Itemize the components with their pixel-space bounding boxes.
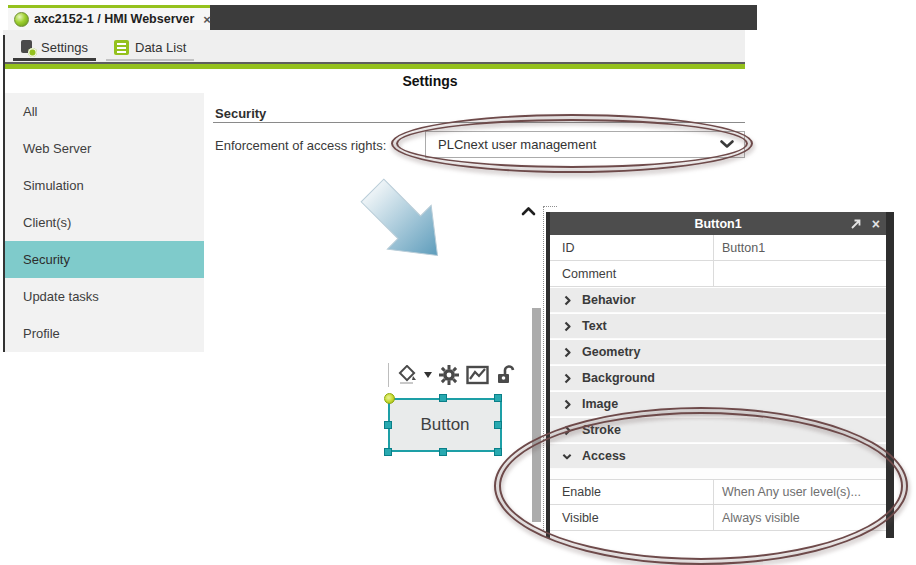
property-value[interactable] xyxy=(713,261,886,286)
property-label: Visible xyxy=(550,505,713,530)
selection-handle-bottom-left[interactable] xyxy=(384,448,392,456)
selection-handle-top-right[interactable] xyxy=(494,394,502,402)
group-label: Text xyxy=(582,319,607,333)
widget-mini-toolbar xyxy=(388,361,515,389)
callout-arrow-icon xyxy=(348,166,462,280)
selection-origin-handle[interactable] xyxy=(384,393,395,404)
group-label: Stroke xyxy=(582,423,621,437)
properties-panel-title: Button1 xyxy=(694,217,741,231)
group-behavior[interactable]: Behavior xyxy=(550,287,886,313)
document-tab-title: axc2152-1 / HMI Webserver xyxy=(34,12,194,26)
enforcement-label: Enforcement of access rights: xyxy=(215,138,386,153)
undock-panel-icon[interactable] xyxy=(850,218,862,230)
chevron-right-icon xyxy=(562,347,572,358)
tab-settings-label: Settings xyxy=(41,40,88,55)
group-label: Behavior xyxy=(582,293,636,307)
chevron-right-icon xyxy=(562,399,572,410)
selection-handle-left[interactable] xyxy=(384,421,392,429)
sidebar-item-security[interactable]: Security xyxy=(5,241,204,278)
security-section-title: Security xyxy=(215,106,266,121)
enforcement-dropdown-value: PLCnext user management xyxy=(438,137,720,152)
property-value[interactable]: Always visible xyxy=(713,505,886,530)
tab-data-list[interactable]: Data List xyxy=(106,36,194,61)
collapse-panel-icon[interactable] xyxy=(521,206,536,216)
chevron-down-icon xyxy=(720,140,734,149)
group-geometry[interactable]: Geometry xyxy=(550,339,886,365)
chevron-down-icon xyxy=(562,453,572,460)
section-underline xyxy=(213,122,745,123)
panel-scrollbar[interactable] xyxy=(886,212,894,538)
properties-panel-header[interactable]: Button1 × xyxy=(550,212,886,235)
tab-data-list-label: Data List xyxy=(135,40,186,55)
settings-sidebar: All Web Server Simulation Client(s) Secu… xyxy=(5,93,204,352)
sidebar-item-web-server[interactable]: Web Server xyxy=(5,130,204,167)
group-label: Background xyxy=(582,371,655,385)
data-list-icon xyxy=(114,40,129,55)
globe-icon xyxy=(14,12,29,27)
sidebar-item-clients[interactable]: Client(s) xyxy=(5,204,204,241)
tab-settings[interactable]: Settings xyxy=(13,36,96,61)
unlock-icon[interactable] xyxy=(495,364,515,386)
group-body-spacer xyxy=(550,469,886,479)
group-label: Geometry xyxy=(582,345,640,359)
panel-dotted-border-top xyxy=(543,206,557,207)
selection-handle-top[interactable] xyxy=(439,394,447,402)
close-tab-icon[interactable]: × xyxy=(203,12,211,27)
selection-handle-bottom[interactable] xyxy=(439,448,447,456)
group-access-expanded[interactable]: Access xyxy=(550,443,886,469)
selection-handle-right[interactable] xyxy=(494,421,502,429)
property-value[interactable]: When Any user level(s)... xyxy=(713,480,886,504)
gear-icon[interactable] xyxy=(438,364,460,386)
document-tabbar: axc2152-1 / HMI Webserver × xyxy=(8,5,757,30)
chevron-right-icon xyxy=(562,425,572,436)
property-row-enable: Enable When Any user level(s)... xyxy=(550,479,886,505)
property-label: ID xyxy=(550,235,713,260)
settings-device-icon xyxy=(21,40,35,55)
selection-handle-bottom-right[interactable] xyxy=(494,448,502,456)
dynamics-chart-icon[interactable] xyxy=(466,365,489,385)
fill-color-icon[interactable] xyxy=(398,365,418,385)
document-tab-hmi-webserver[interactable]: axc2152-1 / HMI Webserver × xyxy=(8,5,210,30)
chevron-right-icon xyxy=(562,321,572,332)
group-image[interactable]: Image xyxy=(550,391,886,417)
sidebar-item-all[interactable]: All xyxy=(5,93,204,130)
chevron-right-icon xyxy=(562,373,572,384)
panel-dotted-border xyxy=(543,206,544,532)
property-label: Comment xyxy=(550,261,713,286)
group-text[interactable]: Text xyxy=(550,313,886,339)
property-value[interactable]: Button1 xyxy=(713,235,886,260)
application-window: axc2152-1 / HMI Webserver × Settings Dat… xyxy=(0,0,916,565)
property-label: Enable xyxy=(550,480,713,504)
sidebar-item-simulation[interactable]: Simulation xyxy=(5,167,204,204)
close-panel-icon[interactable]: × xyxy=(872,216,880,232)
property-row-visible: Visible Always visible xyxy=(550,505,886,531)
sidebar-item-update-tasks[interactable]: Update tasks xyxy=(5,278,204,315)
sidebar-item-profile[interactable]: Profile xyxy=(5,315,204,352)
button-widget-label: Button xyxy=(390,400,500,450)
property-row-id: ID Button1 xyxy=(550,235,886,261)
button-widget[interactable]: Button xyxy=(388,398,502,452)
property-row-comment: Comment xyxy=(550,261,886,287)
toolbar-separator xyxy=(388,363,389,387)
enforcement-dropdown[interactable]: PLCnext user management xyxy=(425,131,745,158)
dropdown-caret-icon[interactable] xyxy=(424,372,432,378)
group-label: Image xyxy=(582,397,618,411)
page-title: Settings xyxy=(0,73,860,89)
accent-green-line xyxy=(3,64,745,69)
properties-panel: Button1 × ID Button1 Comment Behavior Te… xyxy=(550,212,886,531)
splitter-scrollbar-thumb[interactable] xyxy=(532,308,541,522)
group-label: Access xyxy=(582,449,626,463)
group-background[interactable]: Background xyxy=(550,365,886,391)
chevron-right-icon xyxy=(562,295,572,306)
group-stroke[interactable]: Stroke xyxy=(550,417,886,443)
